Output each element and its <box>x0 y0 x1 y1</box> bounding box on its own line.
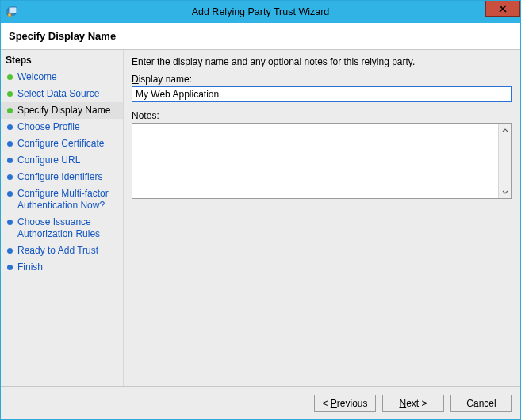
steps-title: Steps <box>1 53 123 69</box>
step-bullet-icon <box>7 124 13 130</box>
step-bullet-icon <box>7 265 13 270</box>
page-header: Specify Display Name <box>1 23 520 50</box>
display-name-input[interactable] <box>132 86 512 102</box>
step-bullet-icon <box>7 248 13 254</box>
app-icon <box>6 6 18 18</box>
display-name-label: Display name: <box>132 74 512 85</box>
step-bullet-icon <box>7 91 13 97</box>
notes-input[interactable] <box>132 124 498 198</box>
scroll-up-icon[interactable] <box>499 124 511 137</box>
step-item[interactable]: Select Data Source <box>1 86 123 102</box>
step-label: Select Data Source <box>17 88 99 100</box>
step-item[interactable]: Configure Certificate <box>1 136 123 152</box>
step-item[interactable]: Finish <box>1 259 123 276</box>
cancel-button[interactable]: Cancel <box>450 395 512 412</box>
step-bullet-icon <box>7 220 13 225</box>
steps-sidebar: Steps WelcomeSelect Data SourceSpecify D… <box>1 50 124 386</box>
instruction-text: Enter the display name and any optional … <box>132 56 512 67</box>
step-item[interactable]: Configure URL <box>1 152 123 169</box>
window-title: Add Relying Party Trust Wizard <box>1 6 520 17</box>
step-bullet-icon <box>7 74 13 80</box>
step-label: Ready to Add Trust <box>17 245 98 257</box>
notes-label: Notes: <box>132 110 512 121</box>
step-label: Choose Profile <box>17 121 80 133</box>
step-item: Specify Display Name <box>1 102 123 119</box>
body: Steps WelcomeSelect Data SourceSpecify D… <box>1 50 520 386</box>
step-label: Configure Multi-factor Authentication No… <box>17 188 118 212</box>
close-button[interactable] <box>485 1 520 17</box>
step-bullet-icon <box>7 158 13 163</box>
next-button[interactable]: Next > <box>382 395 444 412</box>
main-panel: Enter the display name and any optional … <box>124 50 520 386</box>
wizard-window: Add Relying Party Trust Wizard Specify D… <box>0 0 521 420</box>
step-bullet-icon <box>7 191 13 197</box>
step-label: Configure Certificate <box>17 138 104 150</box>
step-label: Specify Display Name <box>17 105 110 116</box>
step-bullet-icon <box>7 174 13 180</box>
scroll-down-icon[interactable] <box>499 185 511 198</box>
step-item[interactable]: Welcome <box>1 69 123 86</box>
step-label: Configure URL <box>17 155 80 166</box>
steps-list: WelcomeSelect Data SourceSpecify Display… <box>1 69 123 276</box>
svg-point-2 <box>8 13 11 17</box>
close-icon <box>499 5 507 13</box>
page-title: Specify Display Name <box>9 30 116 42</box>
notes-container <box>132 123 512 199</box>
step-bullet-icon <box>7 141 13 147</box>
footer: < Previous Next > Cancel <box>1 386 520 419</box>
step-item[interactable]: Configure Multi-factor Authentication No… <box>1 185 123 214</box>
svg-rect-1 <box>9 7 17 13</box>
step-item[interactable]: Choose Issuance Authorization Rules <box>1 214 123 242</box>
notes-scrollbar[interactable] <box>498 124 511 198</box>
step-label: Finish <box>17 262 43 273</box>
step-label: Choose Issuance Authorization Rules <box>17 216 118 240</box>
step-label: Welcome <box>17 71 57 83</box>
step-bullet-icon <box>7 108 13 113</box>
step-item[interactable]: Ready to Add Trust <box>1 242 123 259</box>
step-item[interactable]: Configure Identifiers <box>1 169 123 185</box>
step-item[interactable]: Choose Profile <box>1 119 123 136</box>
step-label: Configure Identifiers <box>17 171 102 183</box>
titlebar: Add Relying Party Trust Wizard <box>1 1 520 23</box>
previous-button[interactable]: < Previous <box>314 395 376 412</box>
